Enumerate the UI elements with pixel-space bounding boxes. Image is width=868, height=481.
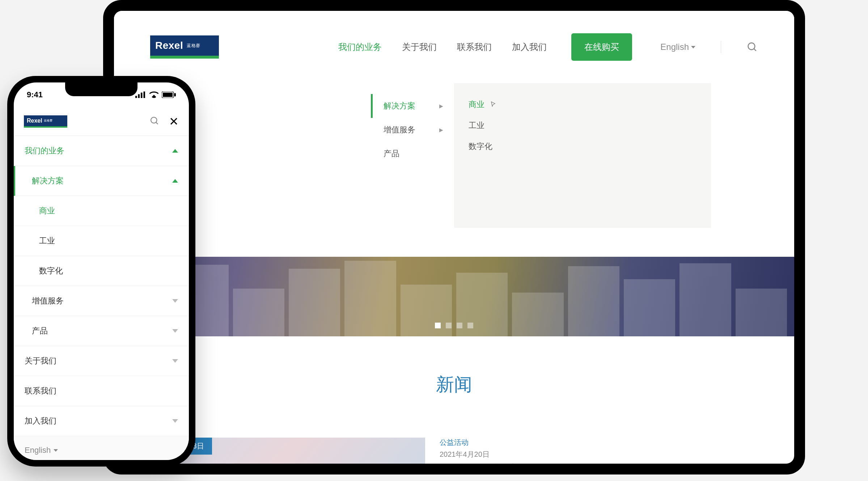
chevron-right-icon: ▶ (439, 103, 443, 109)
phone-menu: 我们的业务 解决方案 商业 工业 数字化 增值服务 产品 (14, 136, 189, 460)
phone-leaf-commercial[interactable]: 商业 (14, 196, 189, 226)
language-label: English (660, 42, 689, 52)
phone-leaf-industrial[interactable]: 工业 (14, 226, 189, 256)
chevron-down-icon (172, 329, 178, 333)
mega-menu-indicator (392, 77, 405, 83)
svg-rect-7 (163, 93, 173, 97)
phone-subnav-value-added[interactable]: 增值服务 (14, 286, 189, 316)
mega-menu-primary-column: 解决方案 ▶ 增值服务 ▶ 产品 (371, 83, 454, 228)
mega-item-products[interactable]: 产品 (371, 142, 454, 166)
phone-subnav-products[interactable]: 产品 (14, 316, 189, 346)
svg-point-9 (151, 117, 157, 123)
phone-nav-business[interactable]: 我们的业务 (14, 136, 189, 166)
nav-item-join[interactable]: 加入我们 (512, 41, 547, 53)
phone-language-switcher[interactable]: English (14, 436, 189, 460)
chevron-down-icon (691, 46, 695, 48)
nav-item-about[interactable]: 关于我们 (402, 41, 437, 53)
battery-icon (162, 91, 176, 98)
mega-item-label: 解决方案 (384, 101, 415, 111)
brand-name: Rexel (27, 118, 42, 124)
news-card-secondary[interactable]: 公益活动 2021年4月20日 蓝格赛绿色电脑教室投入使用 (440, 438, 552, 464)
hero-dot-1[interactable] (435, 323, 441, 328)
hero-dot-4[interactable] (467, 323, 473, 328)
svg-rect-3 (138, 94, 140, 98)
phone-leaf-label: 数字化 (39, 265, 63, 276)
nav-item-business[interactable]: 我们的业务 (338, 41, 382, 53)
brand-logo[interactable]: Rexel 蓝格赛 (150, 35, 219, 59)
language-switcher[interactable]: English (660, 42, 695, 52)
phone-nav-label: 我们的业务 (25, 145, 64, 156)
svg-rect-8 (174, 93, 176, 97)
desktop-device-frame: Rexel 蓝格赛 我们的业务 关于我们 联系我们 加入我们 在线购买 Engl… (103, 0, 805, 474)
phone-leaf-label: 工业 (39, 235, 55, 246)
mega-menu-secondary-column: 商业 工业 数字化 (454, 83, 711, 228)
phone-screen: 9:41 Rexel 蓝格赛 ✕ 我们的业务 (14, 82, 189, 460)
phone-notch (65, 82, 137, 96)
buy-online-button[interactable]: 在线购买 (571, 33, 632, 61)
phone-nav-label: 加入我们 (25, 416, 56, 426)
brand-logo[interactable]: Rexel 蓝格赛 (24, 115, 67, 128)
hero-dot-2[interactable] (446, 323, 452, 328)
mega-subitem-commercial[interactable]: 商业 (469, 94, 696, 115)
cursor-icon (490, 101, 497, 108)
phone-nav-contact[interactable]: 联系我们 (14, 376, 189, 406)
phone-subnav-solutions[interactable]: 解决方案 (14, 166, 189, 196)
svg-rect-5 (144, 91, 145, 98)
news-row: 2021年3月3日 公益活动 2021年4月20日 蓝格赛绿色电脑教室投入使用 (150, 438, 758, 464)
svg-rect-4 (141, 93, 143, 98)
language-label: English (25, 446, 51, 455)
status-indicators (135, 91, 176, 98)
mega-item-label: 增值服务 (384, 124, 415, 135)
signal-icon (135, 91, 146, 98)
brand-name: Rexel (155, 40, 183, 51)
close-icon[interactable]: ✕ (169, 116, 179, 127)
chevron-up-icon (172, 149, 178, 153)
status-time: 9:41 (27, 90, 43, 99)
phone-subnav-label: 产品 (32, 325, 48, 336)
svg-line-10 (156, 122, 158, 124)
phone-nav-join[interactable]: 加入我们 (14, 406, 189, 436)
mega-subitem-industrial[interactable]: 工业 (469, 115, 696, 136)
chevron-right-icon: ▶ (439, 127, 443, 133)
phone-subnav-label: 增值服务 (32, 295, 64, 306)
mega-item-solutions[interactable]: 解决方案 ▶ (371, 94, 454, 118)
mega-subitem-digital[interactable]: 数字化 (469, 136, 696, 157)
mega-subitem-label: 商业 (469, 99, 484, 110)
chevron-down-icon (172, 299, 178, 303)
mega-subitem-label: 数字化 (469, 141, 492, 152)
hero-pagination (435, 323, 473, 328)
svg-rect-2 (135, 96, 137, 98)
search-icon[interactable] (149, 116, 160, 127)
nav-item-contact[interactable]: 联系我们 (457, 41, 492, 53)
header-divider (721, 41, 721, 53)
desktop-screen: Rexel 蓝格赛 我们的业务 关于我们 联系我们 加入我们 在线购买 Engl… (114, 11, 794, 464)
mega-subitem-label: 工业 (469, 120, 484, 131)
svg-point-0 (748, 43, 755, 50)
desktop-header: Rexel 蓝格赛 我们的业务 关于我们 联系我们 加入我们 在线购买 Engl… (114, 11, 794, 83)
chevron-down-icon (172, 419, 178, 423)
hero-banner (114, 257, 794, 336)
news-section: 新闻 (114, 336, 794, 397)
phone-leaf-digital[interactable]: 数字化 (14, 256, 189, 286)
mega-menu: 解决方案 ▶ 增值服务 ▶ 产品 商业 (371, 83, 711, 228)
primary-nav: 我们的业务 关于我们 联系我们 加入我们 (338, 41, 547, 53)
search-icon[interactable] (746, 41, 758, 53)
news-date: 2021年4月20日 (440, 450, 552, 459)
mega-item-label: 产品 (384, 148, 399, 159)
phone-leaf-label: 商业 (39, 205, 55, 216)
svg-line-1 (754, 49, 756, 51)
wifi-icon (149, 91, 159, 98)
phone-header: Rexel 蓝格赛 ✕ (14, 107, 189, 136)
phone-nav-label: 关于我们 (25, 356, 56, 366)
news-category: 公益活动 (440, 438, 552, 447)
phone-nav-about[interactable]: 关于我们 (14, 346, 189, 376)
phone-nav-label: 联系我们 (25, 386, 56, 396)
phone-subnav-label: 解决方案 (32, 175, 64, 186)
chevron-up-icon (172, 179, 178, 183)
news-title: 蓝格赛绿色电脑教室投入使用 (440, 462, 552, 464)
mega-item-value-added[interactable]: 增值服务 ▶ (371, 118, 454, 142)
hero-dot-3[interactable] (457, 323, 462, 328)
brand-sub: 蓝格赛 (187, 43, 200, 49)
brand-sub: 蓝格赛 (44, 119, 52, 123)
chevron-down-icon (54, 449, 58, 452)
